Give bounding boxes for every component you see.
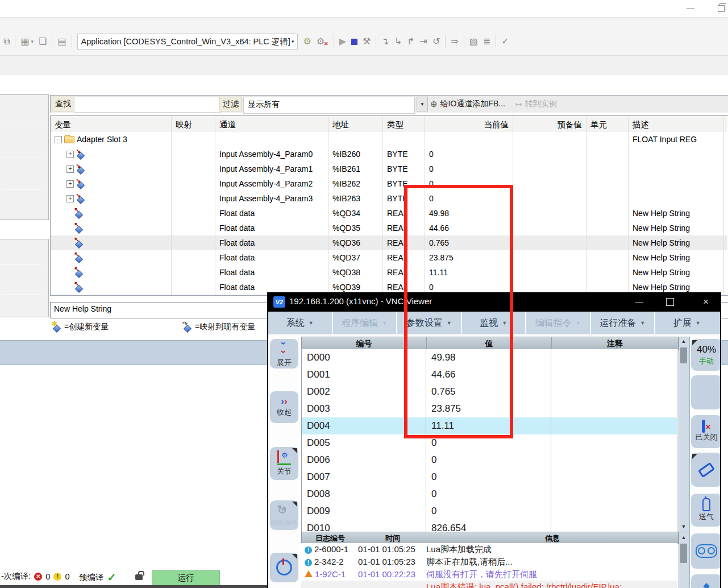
col-unit[interactable]: 单元 — [586, 116, 629, 132]
tab-extension[interactable]: 扩展▼ — [655, 312, 719, 334]
table-row[interactable]: −Adapter Slot 3 FLOAT Input REG — [51, 132, 727, 147]
col-channel[interactable]: 通道 — [215, 116, 328, 132]
register-row[interactable]: D0060 — [302, 452, 677, 469]
stop-icon[interactable] — [351, 39, 357, 45]
log-row-warning[interactable]: 1-92C-1 01-01 00:22:23 伺服没有打开，请先打开伺服 — [301, 568, 677, 581]
vnc-minimize-icon[interactable] — [631, 296, 648, 308]
tab-edit-instruction[interactable]: 编辑指令▼ — [526, 312, 591, 334]
col-log-message[interactable]: 信息 — [427, 532, 678, 544]
teach-pendant-button[interactable] — [691, 533, 721, 569]
goto-instance-button[interactable]: 转到实例 — [515, 97, 557, 111]
col-log-time[interactable]: 时间 — [359, 532, 427, 544]
speed-mode-button[interactable]: 40% 手动 — [691, 339, 721, 371]
register-row[interactable]: D0070 — [302, 469, 677, 486]
register-row-selected[interactable]: D00411.11 — [302, 417, 677, 435]
col-value[interactable]: 值 — [427, 337, 552, 350]
vnc-maximize-icon[interactable] — [666, 298, 674, 306]
col-address[interactable]: 地址 — [328, 116, 383, 132]
table-row[interactable]: +↘ Input Assembly-4_Param0 %IB260 BYTE 0 — [51, 147, 727, 162]
col-current-value[interactable]: 当前值 — [425, 116, 513, 132]
filter-dropdown-arrow[interactable]: ▼ — [417, 97, 428, 111]
expand-box[interactable]: + — [66, 195, 74, 202]
recompile-icon[interactable] — [501, 37, 509, 46]
tab-parameter-settings[interactable]: 参数设置▼ — [397, 312, 462, 334]
register-row[interactable]: D0050 — [302, 434, 677, 452]
breakpoints-icon[interactable] — [469, 37, 478, 46]
step-over-icon[interactable] — [381, 37, 389, 46]
login-icon[interactable] — [303, 37, 311, 46]
register-row[interactable]: D010826.654 — [302, 520, 677, 532]
vnc-titlebar[interactable]: V2 192.168.1.200 (x11vnc) - VNC Viewer — [268, 292, 720, 312]
tab-run-preparation[interactable]: 运行准备▼ — [591, 312, 656, 334]
step-out-icon[interactable] — [407, 37, 414, 46]
col-description[interactable]: 描述 — [629, 116, 724, 132]
library-icon[interactable] — [20, 37, 29, 46]
scroll-down-icon[interactable]: ▼ — [679, 523, 688, 531]
chevron-down-icon[interactable] — [31, 37, 34, 46]
register-row[interactable]: D0020.765 — [302, 383, 677, 401]
table-row[interactable]: +↘ Input Assembly-4_Param1 %IB261 BYTE 0 — [51, 162, 727, 177]
tab-monitor[interactable]: 监视▼ — [462, 312, 527, 334]
register-row[interactable]: D00144.66 — [302, 366, 677, 384]
run-state-button[interactable]: 运行 — [152, 570, 220, 586]
register-row[interactable]: D00049.98 — [302, 349, 677, 367]
tools-icon[interactable] — [363, 37, 371, 46]
reset-icon[interactable] — [432, 37, 440, 46]
callstack-icon[interactable] — [483, 37, 490, 46]
power-button[interactable] — [270, 553, 298, 582]
col-prepared-value[interactable]: 预备值 — [513, 116, 586, 132]
scroll-up-icon[interactable]: ▲ — [679, 337, 688, 346]
collapse-button[interactable]: ›› 收起 — [270, 391, 298, 423]
col-type[interactable]: 类型 — [383, 116, 425, 132]
expand-box[interactable]: + — [66, 180, 74, 188]
col-mapping[interactable]: 映射 — [172, 116, 215, 132]
new-object-icon[interactable] — [39, 37, 47, 46]
minimize-icon[interactable] — [684, 3, 697, 13]
torch-button[interactable] — [691, 453, 721, 487]
add-fb-button[interactable]: 给IO通道添加FB... — [430, 97, 505, 111]
log-scrollbar[interactable]: ▲ — [679, 532, 690, 588]
register-row[interactable]: D0090 — [302, 503, 677, 520]
build-icon[interactable] — [57, 37, 66, 46]
next-statement-icon[interactable] — [451, 37, 458, 46]
scrollbar-thumb[interactable] — [680, 347, 687, 363]
joint-mode-button[interactable]: ⚙ 关节 — [270, 447, 298, 480]
scrollbar-thumb[interactable] — [680, 544, 687, 563]
expand-box[interactable]: + — [66, 165, 74, 173]
partial-bottom-button[interactable]: ◆ — [691, 574, 721, 588]
register-scrollbar[interactable]: ▲ ▼ — [679, 337, 690, 533]
col-log-id[interactable]: 日志编号 — [302, 532, 359, 544]
logout-icon[interactable] — [317, 37, 325, 46]
col-number[interactable]: 编号 — [302, 337, 427, 350]
find-input[interactable] — [74, 97, 221, 113]
col-variable[interactable]: 变量 — [51, 116, 172, 132]
col-comment[interactable]: 注释 — [552, 337, 678, 350]
table-row[interactable]: +↘ Input Assembly-4_Param2 %IB262 BYTE 0 — [51, 176, 727, 192]
blank-button[interactable] — [691, 375, 721, 409]
expand-box[interactable]: + — [66, 151, 74, 158]
table-row[interactable]: ↖ Float data %QD35 REAL 44.66 New Help S… — [51, 221, 727, 236]
step-into-icon[interactable] — [394, 37, 402, 46]
tab-system[interactable]: 系统▼ — [268, 312, 333, 334]
gas-button[interactable]: 送气 — [691, 494, 721, 527]
start-icon[interactable] — [339, 37, 346, 46]
filter-dropdown[interactable]: 显示所有 — [243, 97, 415, 114]
table-row[interactable]: ↖ Float data %QD38 REAL 11.11 New Help S… — [51, 265, 727, 280]
run-to-cursor-icon[interactable] — [420, 37, 427, 46]
table-row[interactable]: ↖ Float data %QD37 REAL 23.875 New Help … — [51, 250, 727, 266]
register-row[interactable]: D00323.875 — [302, 400, 677, 418]
register-row[interactable]: D0080 — [302, 486, 677, 503]
paste-icon[interactable] — [3, 37, 10, 46]
torch-state-button[interactable]: ✕ 已关闭 — [691, 415, 721, 448]
table-row[interactable]: +↘ Input Assembly-4_Param3 %IB263 BYTE 0 — [51, 191, 727, 206]
vnc-close-icon[interactable] — [697, 296, 714, 308]
table-row-selected[interactable]: ↖ Float data %QD36 REAL 0.765 New Help S… — [51, 235, 727, 251]
log-row[interactable]: !2-342-2 01-01 01:05:23 脚本正在加载,请稍后... — [301, 556, 677, 568]
continuous-loop-button[interactable]: ↻A 连续循环 — [270, 500, 298, 530]
log-row-error[interactable]: Lua脚本错误: lua_pcall() failed: /rbctrl/lua… — [301, 581, 677, 588]
log-row[interactable]: !2-6000-1 01-01 01:05:25 Lua脚本加载完成 — [301, 543, 677, 556]
application-selector[interactable]: Application [CODESYS_Control_Win_V3_x64:… — [77, 34, 298, 49]
tab-program-edit[interactable]: 程序编辑▼ — [333, 312, 398, 334]
scroll-up-icon[interactable]: ▲ — [679, 533, 688, 542]
expand-button[interactable]: ›› 展开 — [270, 339, 298, 368]
